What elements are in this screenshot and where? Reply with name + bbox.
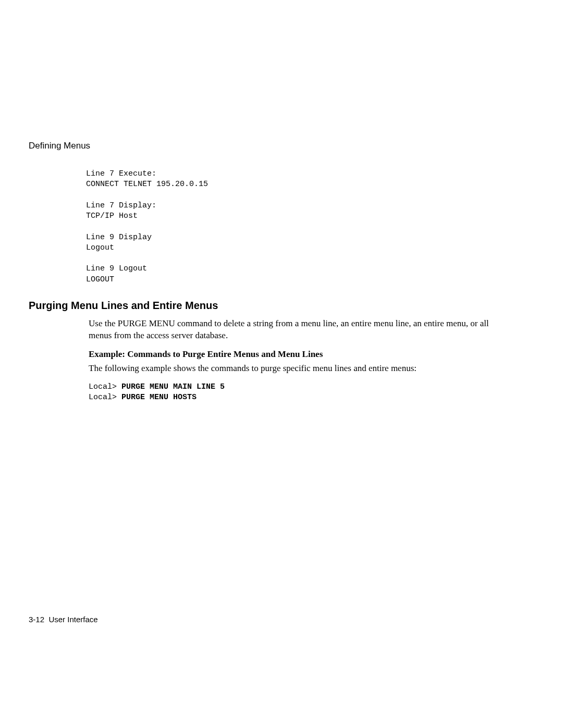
paragraph-example: The following example shows the commands… bbox=[89, 363, 495, 375]
command-line-1: Local> PURGE MENU MAIN LINE 5 bbox=[89, 382, 521, 392]
code-block: Line 7 Execute: CONNECT TELNET 195.20.0.… bbox=[86, 169, 521, 285]
paragraph-intro: Use the PURGE MENU command to delete a s… bbox=[89, 318, 495, 342]
page-label: User Interface bbox=[48, 615, 97, 624]
page-footer: 3-12 User Interface bbox=[29, 615, 98, 624]
command-line-2: Local> PURGE MENU HOSTS bbox=[89, 392, 521, 403]
section-header: Defining Menus bbox=[29, 141, 521, 151]
heading-purging: Purging Menu Lines and Entire Menus bbox=[29, 300, 521, 312]
page-content: Defining Menus Line 7 Execute: CONNECT T… bbox=[0, 0, 563, 403]
command-1: PURGE MENU MAIN LINE 5 bbox=[121, 382, 225, 391]
prompt-2: Local> bbox=[89, 393, 121, 402]
prompt-1: Local> bbox=[89, 382, 121, 391]
page-number: 3-12 bbox=[29, 615, 44, 624]
command-block: Local> PURGE MENU MAIN LINE 5 Local> PUR… bbox=[89, 382, 521, 403]
example-heading: Example: Commands to Purge Entire Menus … bbox=[89, 349, 521, 360]
command-2: PURGE MENU HOSTS bbox=[121, 393, 197, 402]
